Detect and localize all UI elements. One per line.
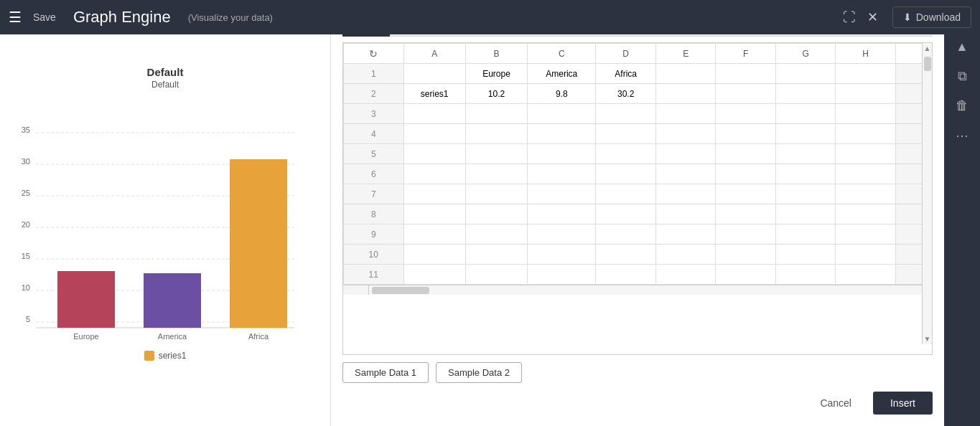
cell-5-C[interactable] — [528, 144, 596, 164]
cell-7-A[interactable] — [403, 184, 465, 204]
refresh-cell[interactable]: ↻ — [344, 44, 404, 64]
sample-data-2-button[interactable]: Sample Data 2 — [436, 362, 522, 383]
cell-8-C[interactable] — [528, 204, 596, 224]
cell-9-H[interactable] — [836, 224, 896, 245]
cell-1-E[interactable] — [655, 64, 716, 84]
cell-10-A[interactable] — [403, 245, 465, 265]
cell-4-A[interactable] — [403, 124, 465, 144]
cell-5-E[interactable] — [655, 144, 716, 164]
cell-8-D[interactable] — [596, 204, 656, 224]
cell-3-H[interactable] — [836, 104, 896, 124]
scroll-down-icon[interactable]: ▼ — [923, 333, 933, 344]
cell-1-B[interactable]: Europe — [465, 64, 527, 84]
cell-7-B[interactable] — [465, 184, 527, 204]
cell-1-D[interactable]: Africa — [596, 64, 656, 84]
cell-2-B[interactable]: 10.2 — [465, 84, 527, 104]
cell-6-D[interactable] — [596, 164, 656, 184]
cell-10-F[interactable] — [716, 245, 776, 265]
scroll-up-icon[interactable]: ▲ — [923, 43, 933, 54]
cell-9-E[interactable] — [655, 224, 716, 245]
cell-6-A[interactable] — [403, 164, 465, 184]
cell-7-H[interactable] — [836, 184, 896, 204]
cell-6-G[interactable] — [775, 164, 836, 184]
cell-5-D[interactable] — [596, 144, 656, 164]
cell-4-E[interactable] — [655, 124, 716, 144]
cell-10-D[interactable] — [596, 245, 656, 265]
cell-10-C[interactable] — [528, 245, 596, 265]
cell-10-G[interactable] — [775, 245, 836, 265]
cell-9-A[interactable] — [403, 224, 465, 245]
cell-2-H[interactable] — [836, 84, 896, 104]
cell-2-G[interactable] — [775, 84, 836, 104]
cell-9-F[interactable] — [716, 224, 776, 245]
cell-2-E[interactable] — [655, 84, 716, 104]
cell-4-B[interactable] — [465, 124, 527, 144]
cell-1-H[interactable] — [836, 64, 896, 84]
cell-10-H[interactable] — [836, 245, 896, 265]
cell-8-A[interactable] — [403, 204, 465, 224]
cell-9-D[interactable] — [596, 224, 656, 245]
cell-11-D[interactable] — [596, 265, 656, 285]
cell-5-H[interactable] — [836, 144, 896, 164]
cell-9-G[interactable] — [775, 224, 836, 245]
cell-1-F[interactable] — [716, 64, 776, 84]
cell-9-B[interactable] — [465, 224, 527, 245]
cell-2-A[interactable]: series1 — [403, 84, 465, 104]
cell-8-F[interactable] — [716, 204, 776, 224]
cell-7-F[interactable] — [716, 184, 776, 204]
h-scroll-track[interactable] — [369, 285, 922, 295]
cell-4-G[interactable] — [775, 124, 836, 144]
cell-6-H[interactable] — [836, 164, 896, 184]
cell-3-E[interactable] — [655, 104, 716, 124]
cell-6-E[interactable] — [655, 164, 716, 184]
delete-icon[interactable]: 🗑 — [951, 94, 973, 118]
download-button[interactable]: ⬇ Download — [892, 6, 971, 28]
vertical-scrollbar[interactable]: ▲ ▼ — [922, 43, 932, 344]
cell-10-E[interactable] — [655, 245, 716, 265]
cell-3-D[interactable] — [596, 104, 656, 124]
cell-1-A[interactable] — [403, 64, 465, 84]
cell-7-E[interactable] — [655, 184, 716, 204]
menu-icon[interactable]: ☰ — [9, 9, 22, 26]
cell-1-G[interactable] — [775, 64, 836, 84]
cancel-button[interactable]: Cancel — [806, 392, 866, 415]
more-options-icon[interactable]: ⋯ — [951, 123, 973, 148]
cell-11-E[interactable] — [655, 265, 716, 285]
cell-8-E[interactable] — [655, 204, 716, 224]
move-up-icon[interactable]: ▲ — [951, 35, 973, 59]
cell-3-B[interactable] — [465, 104, 527, 124]
scroll-thumb[interactable] — [924, 57, 931, 71]
close-icon[interactable]: ✕ — [864, 6, 881, 28]
save-button[interactable]: Save — [33, 11, 56, 23]
cell-5-F[interactable] — [716, 144, 776, 164]
cell-6-F[interactable] — [716, 164, 776, 184]
horizontal-scrollbar[interactable]: ▶ — [343, 285, 932, 295]
cell-4-D[interactable] — [596, 124, 656, 144]
cell-2-F[interactable] — [716, 84, 776, 104]
cell-4-H[interactable] — [836, 124, 896, 144]
cell-4-C[interactable] — [528, 124, 596, 144]
fullscreen-icon[interactable]: ⛶ — [840, 7, 859, 28]
cell-11-F[interactable] — [716, 265, 776, 285]
cell-11-A[interactable] — [403, 265, 465, 285]
cell-11-G[interactable] — [775, 265, 836, 285]
cell-10-B[interactable] — [465, 245, 527, 265]
cell-2-D[interactable]: 30.2 — [596, 84, 656, 104]
cell-5-A[interactable] — [403, 144, 465, 164]
cell-11-C[interactable] — [528, 265, 596, 285]
cell-3-A[interactable] — [403, 104, 465, 124]
cell-3-F[interactable] — [716, 104, 776, 124]
cell-5-G[interactable] — [775, 144, 836, 164]
cell-6-B[interactable] — [465, 164, 527, 184]
cell-9-C[interactable] — [528, 224, 596, 245]
cell-7-C[interactable] — [528, 184, 596, 204]
cell-3-G[interactable] — [775, 104, 836, 124]
cell-8-G[interactable] — [775, 204, 836, 224]
h-scroll-thumb[interactable] — [372, 287, 429, 294]
cell-8-B[interactable] — [465, 204, 527, 224]
cell-8-H[interactable] — [836, 204, 896, 224]
cell-11-H[interactable] — [836, 265, 896, 285]
cell-6-C[interactable] — [528, 164, 596, 184]
sample-data-1-button[interactable]: Sample Data 1 — [342, 362, 429, 383]
cell-4-F[interactable] — [716, 124, 776, 144]
